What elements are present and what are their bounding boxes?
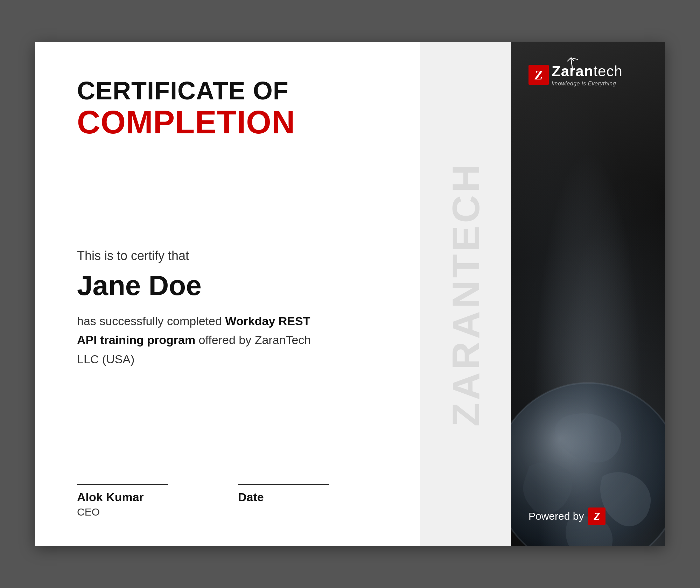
svg-line-5 bbox=[567, 58, 571, 61]
cert-signature-line bbox=[77, 484, 168, 485]
cert-recipient-name: Jane Doe bbox=[77, 270, 378, 301]
cert-footer: Alok Kumar CEO Date bbox=[77, 484, 378, 518]
cert-right-panel: Z Zarantech bbox=[511, 42, 665, 546]
cert-logo-tech: tech bbox=[593, 63, 622, 79]
cert-title-of: CERTIFICATE OF bbox=[77, 77, 378, 105]
cert-date-label: Date bbox=[238, 490, 329, 504]
cert-powered-text: Powered by bbox=[528, 510, 584, 522]
cert-logo-box: Z Zarantech bbox=[528, 63, 623, 87]
cert-powered-z-box: Z bbox=[588, 507, 606, 525]
cert-signature-block: Alok Kumar CEO bbox=[77, 484, 168, 518]
cert-powered-z-icon: Z bbox=[594, 510, 600, 522]
cert-signer-name: Alok Kumar bbox=[77, 490, 168, 504]
cert-logo-red-square: Z bbox=[528, 65, 549, 85]
cert-left-panel: CERTIFICATE OF COMPLETION This is to cer… bbox=[35, 42, 420, 546]
cert-date-block: Date bbox=[238, 484, 329, 504]
cert-logo-name-group: Zarantech knowledge is Everything bbox=[552, 63, 623, 87]
cert-body: This is to certify that Jane Doe has suc… bbox=[77, 140, 378, 456]
cert-date-line bbox=[238, 484, 329, 485]
cert-title-completion: COMPLETION bbox=[77, 105, 378, 140]
cert-desc-prefix: has successfully completed bbox=[77, 314, 225, 328]
cert-middle-panel: ZARANTECH bbox=[420, 42, 511, 546]
cert-header: CERTIFICATE OF COMPLETION bbox=[77, 77, 378, 140]
cert-watermark: ZARANTECH bbox=[443, 162, 488, 426]
cert-logo-z-icon: Z bbox=[534, 67, 542, 83]
cert-logo-zaran: Zaran bbox=[552, 63, 593, 79]
cert-logo-name: Zarantech bbox=[552, 63, 623, 80]
cert-logo-tagline: knowledge is Everything bbox=[552, 80, 623, 87]
cert-certify-text: This is to certify that bbox=[77, 248, 378, 263]
cert-powered-section: Powered by Z bbox=[528, 507, 606, 525]
cert-description: has successfully completed Workday REST … bbox=[77, 312, 322, 369]
cert-signer-title: CEO bbox=[77, 506, 168, 518]
cert-logo: Z Zarantech bbox=[528, 63, 623, 87]
certificate-wrapper: CERTIFICATE OF COMPLETION This is to cer… bbox=[35, 42, 665, 546]
